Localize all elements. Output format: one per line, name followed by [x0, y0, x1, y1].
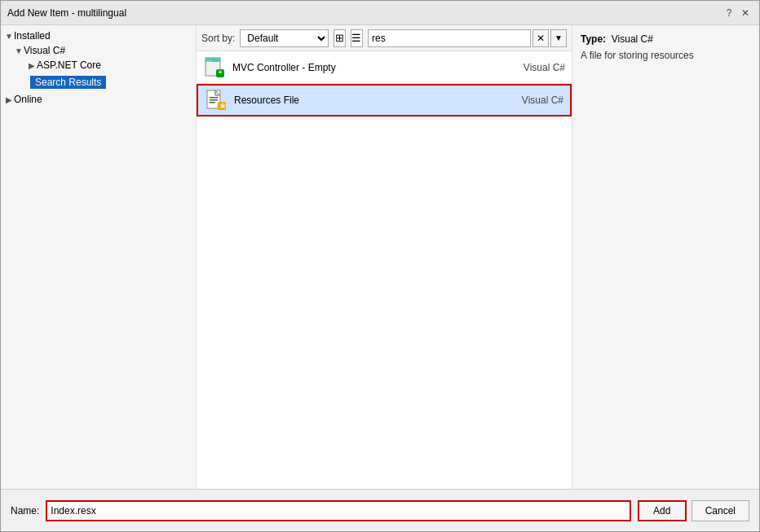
info-type-value: Visual C# [612, 33, 653, 45]
bottom-bar: Name: Add Cancel [1, 489, 759, 531]
item-resources-name: Resources File [234, 95, 498, 106]
installed-toggle: ▼ [4, 31, 14, 41]
info-type-label: Type: [581, 33, 606, 45]
info-panel: Type: Visual C# A file for storing resou… [572, 25, 759, 489]
dialog-window: Add New Item - multilingual ? ✕ ▼ Instal… [0, 0, 760, 532]
item-row-resources[interactable]: ★ Resources File Visual C# [197, 84, 572, 117]
sort-select[interactable]: Default Name Type Category [240, 29, 328, 47]
item-mvc-category: Visual C# [500, 62, 565, 73]
asp-net-label: ASP.NET Core [37, 59, 101, 71]
main-content: ▼ Installed ▼ Visual C# ▶ ASP.NET Core S… [1, 25, 759, 489]
installed-label: Installed [14, 30, 51, 42]
search-dropdown-button[interactable]: ▼ [550, 29, 567, 47]
sidebar-item-online[interactable]: ▶ Online [1, 92, 196, 107]
info-type: Type: Visual C# [581, 33, 751, 45]
online-label: Online [14, 94, 42, 105]
title-bar-buttons: ? ✕ [722, 6, 753, 20]
asp-net-toggle: ▶ [27, 60, 37, 70]
online-toggle: ▶ [4, 95, 14, 104]
visual-cs-label: Visual C# [24, 45, 65, 56]
mvc-icon: C# + [203, 56, 226, 79]
title-bar: Add New Item - multilingual ? ✕ [1, 1, 759, 25]
grid-icon: ⊞ [335, 32, 344, 44]
info-description: A file for storing resources [581, 50, 751, 61]
search-results-container: Search Results [1, 74, 196, 90]
item-resources-category: Visual C# [498, 95, 563, 106]
svg-rect-8 [210, 99, 218, 101]
search-input[interactable] [368, 29, 531, 47]
svg-text:★: ★ [219, 102, 227, 110]
toolbar: Sort by: Default Name Type Category ⊞ ☰ … [197, 25, 572, 51]
name-label: Name: [11, 505, 39, 517]
dropdown-icon: ▼ [555, 33, 563, 42]
close-button[interactable]: ✕ [738, 6, 753, 20]
sidebar-item-installed[interactable]: ▼ Installed [1, 29, 196, 43]
search-results-button[interactable]: Search Results [30, 76, 106, 89]
search-clear-button[interactable]: ✕ [532, 29, 549, 47]
view-grid-button[interactable]: ⊞ [334, 29, 346, 47]
sidebar-item-visual-cs[interactable]: ▼ Visual C# [1, 43, 196, 58]
cancel-button[interactable]: Cancel [692, 500, 749, 521]
help-button[interactable]: ? [722, 6, 736, 20]
visual-cs-toggle: ▼ [14, 46, 24, 55]
bottom-buttons: Add Cancel [638, 500, 749, 521]
sidebar: ▼ Installed ▼ Visual C# ▶ ASP.NET Core S… [1, 25, 197, 489]
item-list: C# + MVC Controller - Empty Visual C# [197, 51, 572, 489]
svg-text:+: + [219, 68, 223, 77]
sort-label: Sort by: [201, 33, 235, 44]
res-icon: ★ [205, 89, 228, 112]
sidebar-item-asp-net[interactable]: ▶ ASP.NET Core [1, 58, 196, 73]
view-list-button[interactable]: ☰ [351, 29, 363, 47]
list-icon: ☰ [351, 32, 361, 44]
item-row-mvc[interactable]: C# + MVC Controller - Empty Visual C# [197, 51, 572, 84]
add-button[interactable]: Add [638, 500, 687, 521]
content-area: Sort by: Default Name Type Category ⊞ ☰ … [197, 25, 572, 489]
svg-text:C#: C# [207, 59, 212, 64]
name-input[interactable] [46, 500, 630, 521]
dialog-title: Add New Item - multilingual [7, 7, 126, 19]
search-box-area: ✕ ▼ [368, 29, 567, 47]
svg-rect-9 [210, 102, 215, 103]
svg-rect-7 [210, 97, 218, 99]
item-mvc-name: MVC Controller - Empty [232, 62, 500, 73]
clear-icon: ✕ [537, 33, 545, 44]
